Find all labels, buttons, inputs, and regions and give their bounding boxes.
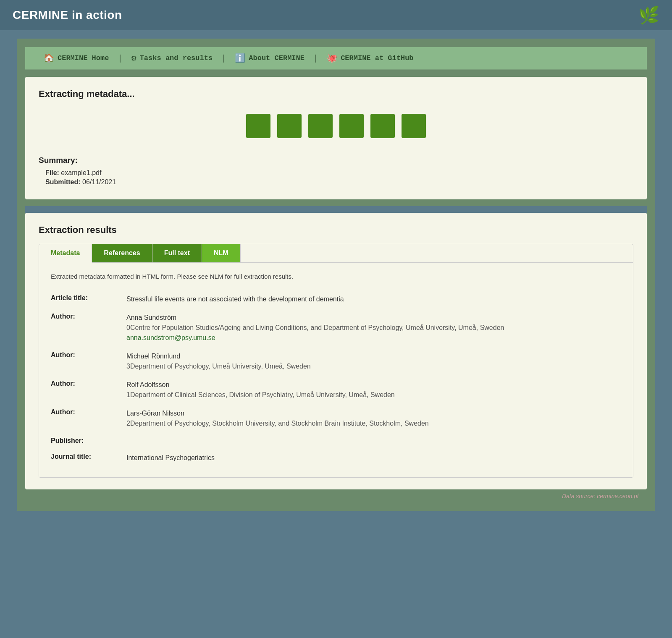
author1-name: Anna Sundström [126,314,176,321]
summary-submitted-row: Submitted: 06/11/2021 [45,178,633,186]
main-container: 🏠 CERMINE Home | ⚙️ Tasks and results | … [17,39,655,511]
author1-email: anna.sundstrom@psy.umu.se [126,333,621,343]
journal-title-label: Journal title: [51,449,126,467]
author2-label: Author: [51,347,126,376]
extraction-panel: Extraction results Metadata References F… [25,213,647,489]
author3-value: Rolf Adolfsson 1Department of Clinical S… [126,376,621,404]
author4-value: Lars-Göran Nilsson 2Department of Psycho… [126,404,621,433]
loading-squares [39,110,633,142]
nav-home[interactable]: 🏠 CERMINE Home [34,53,119,63]
tab-metadata[interactable]: Metadata [39,244,92,263]
table-row: Journal title: International Psychogeria… [51,449,621,467]
table-row: Author: Lars-Göran Nilsson 2Department o… [51,404,621,433]
author2-affiliation: 3Department of Psychology, Umeå Universi… [126,361,621,371]
author3-label: Author: [51,376,126,404]
publisher-value [126,433,621,449]
loading-square-5 [370,114,395,138]
nav-github[interactable]: 🐙 CERMINE at GitHub [317,53,423,63]
file-label: File: [45,169,59,176]
tab-content-metadata: Extracted metadata formatted in HTML for… [39,263,633,477]
table-row: Author: Michael Rönnlund 3Department of … [51,347,621,376]
article-title-label: Article title: [51,290,126,309]
author4-name: Lars-Göran Nilsson [126,410,184,417]
table-row: Author: Anna Sundström 0Centre for Popul… [51,309,621,347]
summary-section: Summary: File: example1.pdf Submitted: 0… [39,156,633,186]
author1-value: Anna Sundström 0Centre for Population St… [126,309,621,347]
journal-title-value: International Psychogeriatrics [126,449,621,467]
file-value: example1.pdf [61,169,101,176]
author4-affiliation: 2Department of Psychology, Stockholm Uni… [126,418,621,429]
home-icon: 🏠 [44,53,54,63]
nav-tasks[interactable]: ⚙️ Tasks and results [121,53,223,63]
tabs-container: Metadata References Full text NLM Extrac… [39,244,633,478]
loading-square-2 [277,114,302,138]
extracting-title: Extracting metadata... [39,89,633,99]
github-icon: 🐙 [327,53,337,63]
article-title-value: Stressful life events are not associated… [126,290,621,309]
publisher-label: Publisher: [51,433,126,449]
author1-label: Author: [51,309,126,347]
tab-nlm[interactable]: NLM [202,244,241,262]
extracting-panel: Extracting metadata... Summary: File: ex… [25,77,647,199]
author4-label: Author: [51,404,126,433]
tab-description: Extracted metadata formatted in HTML for… [51,273,621,280]
gear-icon: ⚙️ [131,53,136,63]
loading-square-1 [246,114,270,138]
nav-bar: 🏠 CERMINE Home | ⚙️ Tasks and results | … [25,47,647,70]
app-title: CERMINE in action [13,8,122,22]
author3-affiliation: 1Department of Clinical Sciences, Divisi… [126,390,621,400]
summary-title: Summary: [39,156,633,165]
tabs-header: Metadata References Full text NLM [39,244,633,263]
loading-square-3 [308,114,333,138]
table-row: Publisher: [51,433,621,449]
extraction-results-title: Extraction results [39,225,633,235]
table-row: Author: Rolf Adolfsson 1Department of Cl… [51,376,621,404]
nav-about[interactable]: ℹ️ About CERMINE [225,53,315,63]
loading-square-6 [402,114,426,138]
author1-affiliation: 0Centre for Population Studies/Ageing an… [126,323,621,333]
tab-references[interactable]: References [92,244,152,262]
cermine-logo: 🌿 [638,7,659,24]
footer-note: Data source: cermine.ceon.pl [25,489,647,503]
tab-fulltext[interactable]: Full text [152,244,202,262]
author2-name: Michael Rönnlund [126,353,180,360]
table-row: Article title: Stressful life events are… [51,290,621,309]
loading-square-4 [339,114,364,138]
panel-divider [25,206,647,213]
submitted-label: Submitted: [45,178,81,186]
header: CERMINE in action 🌿 [0,0,672,30]
author2-value: Michael Rönnlund 3Department of Psycholo… [126,347,621,376]
metadata-table: Article title: Stressful life events are… [51,290,621,467]
submitted-value: 06/11/2021 [82,178,116,186]
summary-file-row: File: example1.pdf [45,169,633,177]
author3-name: Rolf Adolfsson [126,381,169,388]
info-icon: ℹ️ [235,53,245,63]
